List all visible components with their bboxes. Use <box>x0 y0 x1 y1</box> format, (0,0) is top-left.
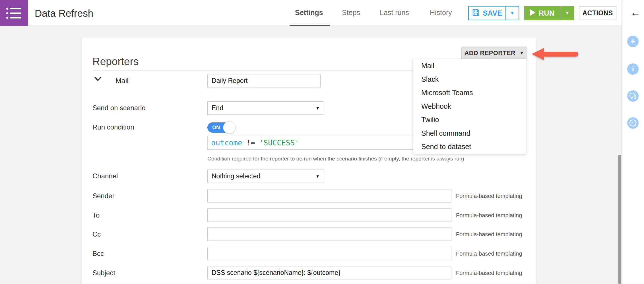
reporter-type-label: Mail <box>115 77 129 85</box>
chevron-down-icon <box>94 76 102 82</box>
run-button[interactable]: RUN <box>524 6 560 20</box>
collapse-reporter-button[interactable] <box>94 76 102 82</box>
toggle-knob <box>223 121 236 134</box>
discussions-icon[interactable] <box>627 90 639 102</box>
run-condition-label: Run condition <box>92 123 134 131</box>
actions-button[interactable]: ACTIONS <box>579 6 616 20</box>
to-input[interactable] <box>207 208 451 222</box>
history-clock-icon[interactable] <box>627 117 639 129</box>
subject-label: Subject <box>92 269 115 277</box>
info-icon[interactable]: i <box>627 63 639 75</box>
menu-item-twilio[interactable]: Twilio <box>413 113 526 127</box>
channel-label: Channel <box>92 172 118 180</box>
tab-steps[interactable]: Steps <box>342 9 360 17</box>
header-bar: Data Refresh Settings Steps Last runs Hi… <box>0 0 622 26</box>
bcc-templating-note: Formula-based templating <box>456 250 522 257</box>
run-dropdown-button[interactable]: ▼ <box>560 6 574 20</box>
caret-down-icon: ▼ <box>510 10 515 16</box>
menu-item-slack[interactable]: Slack <box>413 73 526 86</box>
tab-last-runs[interactable]: Last runs <box>380 9 409 17</box>
save-dropdown-button[interactable]: ▼ <box>505 7 519 20</box>
scenario-menu-button[interactable] <box>0 0 28 26</box>
add-reporter-button[interactable]: ADD REPORTER ▼ <box>461 47 527 60</box>
tab-history[interactable]: History <box>430 9 452 17</box>
scenario-settings-screen: Data Refresh Settings Steps Last runs Hi… <box>0 0 644 284</box>
bcc-label: Bcc <box>92 250 104 258</box>
menu-item-mail[interactable]: Mail <box>413 59 526 73</box>
add-reporter-dropdown-menu: Mail Slack Microsoft Teams Webhook Twili… <box>413 59 526 154</box>
to-label: To <box>92 211 100 219</box>
cc-label: Cc <box>92 230 101 238</box>
floppy-disk-icon <box>472 9 480 18</box>
run-split-button: RUN ▼ <box>524 6 574 20</box>
reporters-section-title: Reporters <box>92 56 139 68</box>
caret-down-icon: ▼ <box>315 106 320 110</box>
to-templating-note: Formula-based templating <box>456 212 522 219</box>
page-title: Data Refresh <box>35 8 93 19</box>
subject-input[interactable] <box>207 266 451 279</box>
tab-settings[interactable]: Settings <box>295 9 323 17</box>
sender-input[interactable] <box>207 189 451 202</box>
back-arrow-icon[interactable]: ← <box>630 7 641 18</box>
reporter-name-input[interactable] <box>207 74 321 87</box>
toggle-on-label: ON <box>212 125 220 131</box>
run-condition-toggle[interactable]: ON <box>207 122 235 133</box>
code-string: 'SUCCESS' <box>259 139 299 147</box>
subject-templating-note: Formula-based templating <box>456 270 522 276</box>
caret-down-icon: ▼ <box>519 51 524 56</box>
sender-label: Sender <box>92 192 114 200</box>
send-on-scenario-label: Send on scenario <box>92 104 146 112</box>
code-operator: != <box>246 139 255 147</box>
vertical-scrollbar[interactable] <box>618 155 621 284</box>
channel-select[interactable]: Nothing selected ▼ <box>207 170 324 183</box>
cc-templating-note: Formula-based templating <box>456 231 522 238</box>
caret-down-icon: ▼ <box>565 10 570 16</box>
menu-item-send-to-dataset[interactable]: Send to dataset <box>413 140 526 154</box>
active-tab-indicator <box>290 25 330 26</box>
cc-input[interactable] <box>207 227 451 241</box>
menu-item-webhook[interactable]: Webhook <box>413 100 526 113</box>
run-condition-help-text: Condition required for the reporter to b… <box>207 156 464 162</box>
plus-icon[interactable]: + <box>627 36 639 47</box>
code-variable: outcome <box>211 139 242 147</box>
send-on-scenario-select[interactable]: End ▼ <box>207 101 324 115</box>
menu-item-microsoft-teams[interactable]: Microsoft Teams <box>413 86 526 100</box>
save-split-button: SAVE ▼ <box>468 6 519 20</box>
sender-templating-note: Formula-based templating <box>456 193 522 199</box>
caret-down-icon: ▼ <box>315 174 320 179</box>
bcc-input[interactable] <box>207 247 451 260</box>
menu-item-shell-command[interactable]: Shell command <box>413 127 526 140</box>
play-icon <box>530 9 535 17</box>
right-toolbar: ← + i <box>622 0 644 284</box>
save-button[interactable]: SAVE <box>469 7 505 20</box>
